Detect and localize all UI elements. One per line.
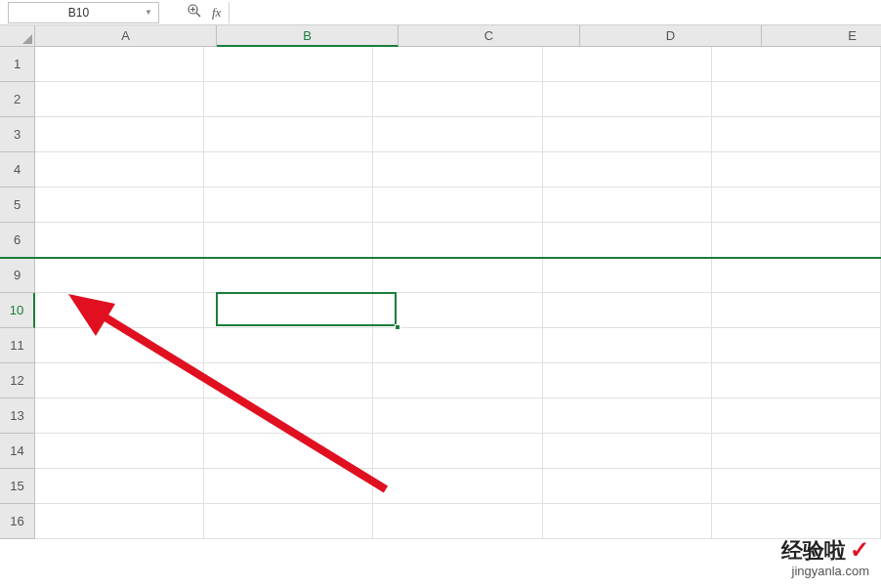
cell-A12[interactable] [35, 363, 204, 399]
cell-B4[interactable] [204, 152, 373, 188]
cell-E3[interactable] [712, 117, 881, 152]
column-header-B[interactable]: B [217, 25, 399, 47]
cell-A6[interactable] [35, 223, 204, 258]
cell-B2[interactable] [204, 82, 373, 117]
cell-B1[interactable] [204, 47, 373, 82]
cell-E12[interactable] [712, 363, 881, 399]
cell-E11[interactable] [712, 328, 881, 363]
row-header-1[interactable]: 1 [0, 47, 35, 82]
cell-B3[interactable] [204, 117, 373, 152]
row-header-9[interactable]: 9 [0, 258, 35, 293]
row-header-4[interactable]: 4 [0, 152, 35, 188]
cell-A15[interactable] [35, 469, 204, 504]
row-header-12[interactable]: 12 [0, 363, 35, 399]
row-header-15[interactable]: 15 [0, 469, 35, 504]
row-header-11[interactable]: 11 [0, 328, 35, 363]
cell-E10[interactable] [712, 293, 881, 328]
cell-E1[interactable] [712, 47, 881, 82]
cell-D4[interactable] [543, 152, 712, 188]
cell-D10[interactable] [543, 293, 712, 328]
cell-E4[interactable] [712, 152, 881, 188]
cell-C3[interactable] [373, 117, 542, 152]
cell-B14[interactable] [204, 434, 373, 469]
cell-C10[interactable] [373, 293, 542, 328]
cell-C12[interactable] [373, 363, 542, 399]
cell-C16[interactable] [373, 504, 542, 539]
cell-row [35, 188, 881, 223]
cell-A14[interactable] [35, 434, 204, 469]
column-header-D[interactable]: D [580, 25, 762, 47]
cell-A5[interactable] [35, 188, 204, 223]
row-header-5[interactable]: 5 [0, 188, 35, 223]
cells-area[interactable] [35, 47, 881, 588]
cell-C11[interactable] [373, 328, 542, 363]
cell-B9[interactable] [204, 258, 373, 293]
cell-C13[interactable] [373, 399, 542, 434]
fill-handle[interactable] [395, 324, 400, 330]
cell-B13[interactable] [204, 399, 373, 434]
column-header-C[interactable]: C [399, 25, 580, 47]
fx-icon[interactable]: fx [212, 5, 221, 21]
cell-B10[interactable] [204, 293, 373, 328]
cell-E5[interactable] [712, 188, 881, 223]
cell-D16[interactable] [543, 504, 712, 539]
cell-E6[interactable] [712, 223, 881, 258]
cell-A11[interactable] [35, 328, 204, 363]
cell-B15[interactable] [204, 469, 373, 504]
cell-D1[interactable] [543, 47, 712, 82]
cell-D11[interactable] [543, 328, 712, 363]
cell-E15[interactable] [712, 469, 881, 504]
cell-C6[interactable] [373, 223, 542, 258]
formula-input[interactable] [229, 2, 881, 23]
cell-C5[interactable] [373, 188, 542, 223]
zoom-icon[interactable] [187, 3, 202, 21]
cell-D15[interactable] [543, 469, 712, 504]
hidden-rows-indicator [0, 257, 881, 259]
row-header-16[interactable]: 16 [0, 504, 35, 539]
row-header-6[interactable]: 6 [0, 223, 35, 258]
cell-A2[interactable] [35, 82, 204, 117]
cell-E9[interactable] [712, 258, 881, 293]
cell-E14[interactable] [712, 434, 881, 469]
cell-A13[interactable] [35, 399, 204, 434]
row-header-3[interactable]: 3 [0, 117, 35, 152]
cell-E13[interactable] [712, 399, 881, 434]
watermark: 经验啦✓ jingyanla.com [781, 536, 869, 578]
cell-D12[interactable] [543, 363, 712, 399]
column-header-A[interactable]: A [35, 25, 217, 47]
chevron-down-icon[interactable]: ▼ [145, 8, 154, 18]
cell-B6[interactable] [204, 223, 373, 258]
cell-A1[interactable] [35, 47, 204, 82]
cell-A4[interactable] [35, 152, 204, 188]
row-header-13[interactable]: 13 [0, 399, 35, 434]
cell-C15[interactable] [373, 469, 542, 504]
name-box[interactable]: B10 ▼ [8, 2, 159, 23]
cell-D3[interactable] [543, 117, 712, 152]
cell-D5[interactable] [543, 188, 712, 223]
cell-B16[interactable] [204, 504, 373, 539]
cell-D14[interactable] [543, 434, 712, 469]
cell-A3[interactable] [35, 117, 204, 152]
row-header-2[interactable]: 2 [0, 82, 35, 117]
cell-D2[interactable] [543, 82, 712, 117]
cell-A16[interactable] [35, 504, 204, 539]
select-all-corner[interactable] [0, 25, 35, 47]
column-header-E[interactable]: E [762, 25, 881, 47]
cell-A10[interactable] [35, 293, 204, 328]
cell-C1[interactable] [373, 47, 542, 82]
cell-E16[interactable] [712, 504, 881, 539]
cell-C2[interactable] [373, 82, 542, 117]
cell-D6[interactable] [543, 223, 712, 258]
cell-E2[interactable] [712, 82, 881, 117]
cell-D9[interactable] [543, 258, 712, 293]
cell-B5[interactable] [204, 188, 373, 223]
cell-C14[interactable] [373, 434, 542, 469]
cell-B12[interactable] [204, 363, 373, 399]
row-header-10[interactable]: 10 [0, 293, 35, 328]
cell-C9[interactable] [373, 258, 542, 293]
cell-A9[interactable] [35, 258, 204, 293]
cell-D13[interactable] [543, 399, 712, 434]
cell-C4[interactable] [373, 152, 542, 188]
cell-B11[interactable] [204, 328, 373, 363]
row-header-14[interactable]: 14 [0, 434, 35, 469]
